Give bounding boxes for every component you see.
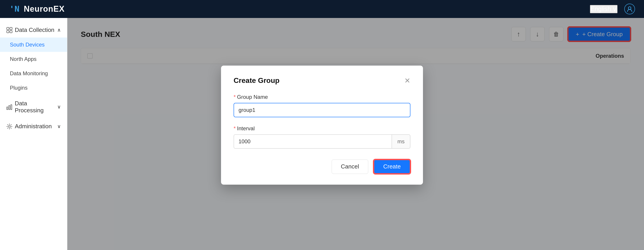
svg-rect-3 xyxy=(10,28,12,30)
sidebar: Data Collection ∧ South Devices North Ap… xyxy=(0,18,67,250)
topnav-right: English ∨ xyxy=(590,4,635,14)
interval-label: * Interval xyxy=(234,125,410,132)
administration-label: Administration xyxy=(15,123,52,130)
svg-rect-7 xyxy=(9,106,10,110)
sidebar-section-administration: Administration ∨ xyxy=(0,119,67,134)
svg-rect-5 xyxy=(10,31,12,33)
chevron-down-icon: ∨ xyxy=(612,6,617,13)
top-navigation: 'N NeuronEX English ∨ xyxy=(0,0,644,18)
app-name: NeuronEX xyxy=(24,4,64,14)
group-name-label: * Group Name xyxy=(234,94,410,100)
data-monitoring-item[interactable]: Data Monitoring xyxy=(0,66,67,81)
modal-footer: Cancel Create xyxy=(234,159,410,174)
svg-rect-6 xyxy=(7,107,8,110)
chevron-down-icon-admin: ∨ xyxy=(57,124,61,129)
sidebar-section-data-processing: Data Processing ∨ xyxy=(0,96,67,118)
data-collection-label: Data Collection xyxy=(15,27,54,34)
modal-close-button[interactable]: ✕ xyxy=(404,76,410,85)
north-apps-item[interactable]: North Apps xyxy=(0,52,67,66)
interval-required-mark: * xyxy=(234,125,236,132)
svg-point-1 xyxy=(628,7,631,10)
sidebar-section-header-administration[interactable]: Administration ∨ xyxy=(0,119,67,134)
interval-suffix: ms xyxy=(392,135,410,148)
layout: Data Collection ∧ South Devices North Ap… xyxy=(0,18,644,250)
sidebar-section-header-data-processing[interactable]: Data Processing ∨ xyxy=(0,96,67,118)
interval-form-group: * Interval ms xyxy=(234,125,410,149)
sidebar-section-header-data-collection[interactable]: Data Collection ∧ xyxy=(0,23,67,38)
language-selector[interactable]: English ∨ xyxy=(590,5,618,13)
gear-icon xyxy=(6,123,12,130)
language-label: English xyxy=(590,6,611,13)
sidebar-section-data-collection: Data Collection ∧ South Devices North Ap… xyxy=(0,23,67,95)
create-group-modal: Create Group ✕ * Group Name * Interval m… xyxy=(221,66,423,185)
logo-icon: 'N xyxy=(9,3,21,15)
svg-rect-2 xyxy=(7,28,9,30)
svg-rect-8 xyxy=(11,105,12,110)
app-logo: 'N NeuronEX xyxy=(9,3,64,15)
user-avatar[interactable] xyxy=(624,4,635,14)
chevron-up-icon: ∧ xyxy=(57,27,61,33)
bar-chart-icon xyxy=(6,104,12,110)
interval-input[interactable] xyxy=(234,135,392,148)
data-processing-label: Data Processing xyxy=(15,100,57,114)
main-content: South NEX ↑ ↓ 🗑 + + Create Group xyxy=(67,18,644,250)
svg-rect-4 xyxy=(7,31,9,33)
interval-input-wrapper: ms xyxy=(234,134,410,149)
south-devices-item[interactable]: South Devices xyxy=(0,38,67,52)
modal-header: Create Group ✕ xyxy=(234,76,410,85)
cancel-button[interactable]: Cancel xyxy=(332,159,368,174)
user-icon xyxy=(626,6,633,12)
required-mark: * xyxy=(234,94,236,100)
svg-point-9 xyxy=(8,126,10,127)
create-button[interactable]: Create xyxy=(374,159,410,174)
chevron-down-icon: ∨ xyxy=(57,104,61,110)
group-name-input[interactable] xyxy=(234,103,410,117)
modal-title: Create Group xyxy=(234,76,279,85)
plugins-item[interactable]: Plugins xyxy=(0,81,67,95)
group-name-form-group: * Group Name xyxy=(234,94,410,117)
grid-icon xyxy=(6,27,12,33)
svg-text:'N: 'N xyxy=(10,4,20,14)
